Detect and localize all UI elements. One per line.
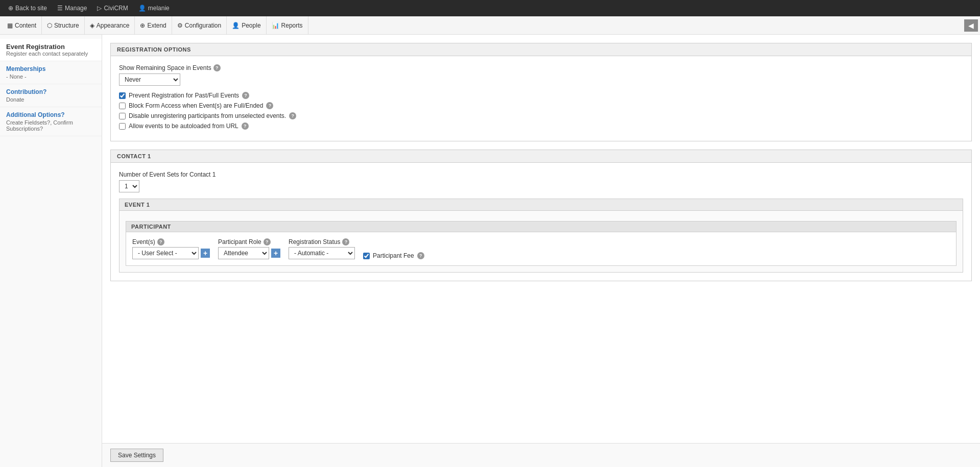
- registration-status-label: Registration Status ?: [289, 238, 355, 245]
- prevent-registration-help-icon[interactable]: ?: [242, 92, 249, 99]
- show-remaining-select[interactable]: Never Always When Space Low: [119, 73, 180, 86]
- sidebar-additional-desc: Create Fieldsets?, Confirm Subscriptions…: [6, 119, 95, 132]
- top-bar: ⊕ Back to site ☰ Manage ▷ CiviCRM 👤 mela…: [0, 0, 980, 16]
- prevent-registration-checkbox[interactable]: [119, 92, 126, 99]
- sidebar-section-additional: Additional Options? Create Fieldsets?, C…: [0, 107, 102, 136]
- participant-header: PARTICIPANT: [126, 222, 956, 232]
- num-event-sets-select[interactable]: 1 2 3: [119, 180, 139, 192]
- registration-options-header: REGISTRATION OPTIONS: [111, 43, 971, 56]
- sidebar-section-contribution: Contribution? Donate: [0, 84, 102, 107]
- events-select[interactable]: - User Select -: [132, 247, 199, 259]
- sidebar-section-memberships: Memberships - None -: [0, 61, 102, 84]
- registration-status-help-icon[interactable]: ?: [342, 238, 349, 245]
- extend-icon: ⊕: [140, 22, 145, 29]
- disable-unregistering-checkbox[interactable]: [119, 113, 126, 119]
- globe-icon: ⊕: [8, 5, 13, 12]
- admin-menu-structure[interactable]: ⬡ Structure: [42, 16, 85, 34]
- user-icon: 👤: [138, 5, 146, 12]
- reports-icon: 📊: [272, 22, 279, 29]
- content-area: REGISTRATION OPTIONS Show Remaining Spac…: [102, 35, 980, 443]
- event1-panel: EVENT 1 PARTICIPANT: [119, 199, 963, 273]
- menu-icon: ☰: [57, 5, 63, 12]
- show-remaining-help-icon[interactable]: ?: [213, 64, 221, 71]
- contact1-panel: CONTACT 1 Number of Event Sets for Conta…: [110, 150, 972, 281]
- prevent-registration-label: Prevent Registration for Past/Full Event…: [129, 92, 239, 99]
- civicrm-menu[interactable]: ▷ CiviCRM: [93, 0, 132, 16]
- admin-menu-content[interactable]: ▦ Content: [2, 16, 42, 34]
- disable-unregistering-label: Disable unregistering participants from …: [129, 112, 286, 119]
- sidebar-memberships-desc: - None -: [6, 73, 95, 80]
- manage-menu[interactable]: ☰ Manage: [53, 0, 91, 16]
- participant-fee-checkbox[interactable]: [363, 253, 370, 259]
- participant-fields: Event(s) ? - User Select - +: [132, 238, 950, 259]
- registration-options-panel: REGISTRATION OPTIONS Show Remaining Spac…: [110, 43, 972, 141]
- events-help-icon[interactable]: ?: [157, 238, 164, 245]
- participant-panel: PARTICIPANT Event(s) ?: [126, 221, 957, 266]
- page-subtitle: Register each contact separately: [6, 51, 95, 57]
- allow-autoloaded-row: Allow events to be autoloaded from URL ?: [119, 122, 963, 130]
- sidebar-toggle[interactable]: ◀: [964, 19, 978, 32]
- registration-status-field-group: Registration Status ? - Automatic - Regi…: [289, 238, 355, 259]
- participant-role-field-group: Participant Role ? Attendee Speaker: [218, 238, 280, 259]
- civicrm-icon: ▷: [97, 5, 102, 12]
- events-add-button[interactable]: +: [201, 249, 210, 258]
- registration-options-body: Show Remaining Space in Events ? Never A…: [111, 56, 971, 141]
- block-form-row: Block Form Access when Event(s) are Full…: [119, 102, 963, 109]
- show-remaining-label: Show Remaining Space in Events ?: [119, 64, 963, 71]
- event1-header: EVENT 1: [119, 199, 963, 211]
- bottom-bar: Save Settings: [102, 443, 980, 467]
- num-event-sets-label: Number of Event Sets for Contact 1: [119, 171, 963, 178]
- participant-fee-label: Participant Fee ?: [363, 252, 424, 259]
- user-menu[interactable]: 👤 melanie: [134, 0, 174, 16]
- events-field-group: Event(s) ? - User Select - +: [132, 238, 210, 259]
- events-label: Event(s) ?: [132, 238, 210, 245]
- participant-role-add-button[interactable]: +: [271, 249, 280, 258]
- num-event-sets-group: Number of Event Sets for Contact 1 1 2 3: [119, 171, 963, 192]
- content-icon: ▦: [7, 22, 13, 29]
- registration-status-select[interactable]: - Automatic - Registered Attended: [289, 247, 355, 259]
- back-to-site[interactable]: ⊕ Back to site: [4, 0, 51, 16]
- structure-icon: ⬡: [47, 22, 52, 29]
- main-layout: Event Registration Register each contact…: [0, 35, 980, 467]
- appearance-icon: ◈: [90, 22, 94, 29]
- block-form-checkbox[interactable]: [119, 103, 126, 109]
- configuration-icon: ⚙: [177, 22, 183, 29]
- save-settings-button[interactable]: Save Settings: [110, 449, 163, 462]
- show-remaining-group: Show Remaining Space in Events ? Never A…: [119, 64, 963, 86]
- page-header: Event Registration Register each contact…: [0, 39, 102, 61]
- sidebar-additional-title[interactable]: Additional Options?: [6, 111, 95, 118]
- participant-fee-help-icon[interactable]: ?: [417, 252, 424, 259]
- allow-autoloaded-help-icon[interactable]: ?: [242, 122, 249, 130]
- contact1-header: CONTACT 1: [111, 150, 971, 163]
- sidebar-memberships-title[interactable]: Memberships: [6, 65, 95, 72]
- admin-menu-appearance[interactable]: ◈ Appearance: [85, 16, 135, 34]
- admin-menu-reports[interactable]: 📊 Reports: [267, 16, 308, 34]
- participant-body: Event(s) ? - User Select - +: [126, 232, 956, 265]
- allow-autoloaded-label: Allow events to be autoloaded from URL: [129, 122, 238, 130]
- disable-unregistering-row: Disable unregistering participants from …: [119, 112, 963, 119]
- people-icon: 👤: [232, 22, 240, 29]
- block-form-help-icon[interactable]: ?: [266, 102, 273, 109]
- admin-menu-extend[interactable]: ⊕ Extend: [135, 16, 172, 34]
- participant-role-help-icon[interactable]: ?: [264, 238, 271, 245]
- disable-unregistering-help-icon[interactable]: ?: [289, 112, 296, 119]
- admin-menu: ▦ Content ⬡ Structure ◈ Appearance ⊕ Ext…: [0, 16, 980, 35]
- sidebar: Event Registration Register each contact…: [0, 35, 102, 467]
- admin-menu-people[interactable]: 👤 People: [227, 16, 266, 34]
- participant-role-select[interactable]: Attendee Speaker Volunteer: [218, 247, 269, 259]
- block-form-label: Block Form Access when Event(s) are Full…: [129, 102, 263, 109]
- page-title: Event Registration: [6, 43, 95, 51]
- sidebar-contribution-desc: Donate: [6, 96, 95, 103]
- allow-autoloaded-checkbox[interactable]: [119, 123, 126, 130]
- prevent-registration-row: Prevent Registration for Past/Full Event…: [119, 92, 963, 99]
- participant-fee-field-group: Participant Fee ?: [363, 241, 424, 259]
- participant-role-label: Participant Role ?: [218, 238, 280, 245]
- event1-body: PARTICIPANT Event(s) ?: [119, 211, 963, 272]
- admin-menu-configuration[interactable]: ⚙ Configuration: [172, 16, 227, 34]
- sidebar-contribution-title[interactable]: Contribution?: [6, 88, 95, 95]
- contact1-body: Number of Event Sets for Contact 1 1 2 3…: [111, 163, 971, 281]
